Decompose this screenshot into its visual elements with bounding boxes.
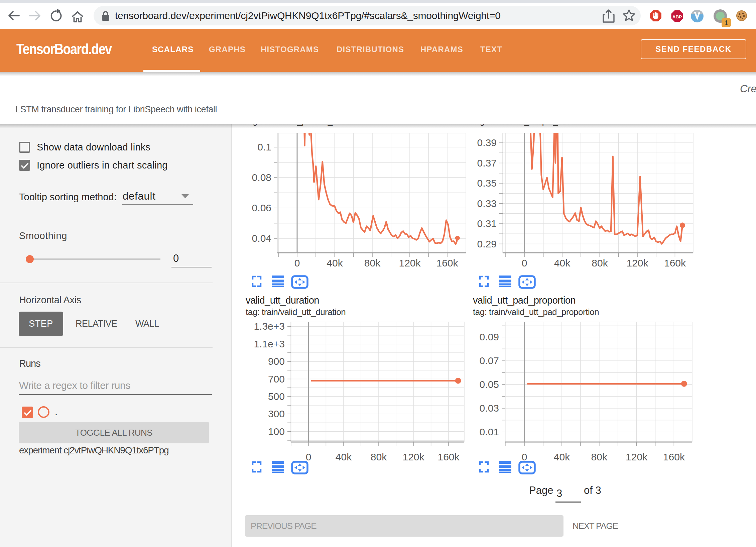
svg-text:160k: 160k: [436, 257, 458, 268]
svg-text:700: 700: [268, 373, 285, 385]
svg-text:120k: 120k: [626, 451, 648, 462]
svg-text:tag: train/valid_utt_duration: tag: train/valid_utt_duration: [246, 307, 346, 317]
svg-text:0.35: 0.35: [477, 178, 497, 189]
svg-text:160k: 160k: [664, 257, 686, 268]
svg-text:100: 100: [268, 426, 285, 437]
svg-text:0.33: 0.33: [477, 198, 497, 209]
svg-text:1.1e+3: 1.1e+3: [254, 338, 285, 349]
svg-text:0: 0: [294, 257, 300, 268]
svg-text:300: 300: [268, 408, 285, 419]
svg-text:valid_utt_duration: valid_utt_duration: [246, 295, 319, 306]
svg-text:0.06: 0.06: [252, 202, 271, 213]
svg-text:0.04: 0.04: [252, 233, 271, 244]
svg-text:40k: 40k: [554, 451, 570, 462]
svg-text:40k: 40k: [336, 451, 352, 462]
svg-text:120k: 120k: [626, 257, 648, 268]
svg-text:80k: 80k: [592, 257, 608, 268]
svg-text:80k: 80k: [371, 451, 387, 462]
svg-text:0.1: 0.1: [257, 141, 271, 152]
svg-text:500: 500: [268, 391, 285, 402]
svg-text:0.31: 0.31: [477, 218, 497, 229]
svg-text:160k: 160k: [663, 451, 685, 462]
svg-text:900: 900: [268, 356, 285, 367]
svg-text:40k: 40k: [327, 257, 343, 268]
svg-text:160k: 160k: [437, 451, 460, 462]
svg-text:0.29: 0.29: [477, 238, 497, 249]
svg-text:0.37: 0.37: [477, 157, 497, 169]
svg-text:40k: 40k: [554, 257, 571, 268]
svg-text:ABP: ABP: [672, 14, 682, 19]
svg-text:0.07: 0.07: [480, 355, 499, 366]
svg-text:120k: 120k: [402, 451, 424, 462]
svg-text:tag: train/valid_utt_pad_propo: tag: train/valid_utt_pad_proportion: [473, 307, 599, 317]
svg-text:1.3e+3: 1.3e+3: [254, 321, 285, 332]
svg-text:1: 1: [724, 19, 728, 26]
svg-text:80k: 80k: [591, 451, 608, 462]
svg-text:0.05: 0.05: [480, 379, 499, 390]
svg-text:0.08: 0.08: [252, 172, 271, 183]
svg-text:0.09: 0.09: [480, 331, 499, 342]
svg-text:0.01: 0.01: [480, 426, 499, 437]
svg-text:valid_utt_pad_proportion: valid_utt_pad_proportion: [473, 295, 576, 306]
svg-text:0.03: 0.03: [480, 403, 499, 414]
svg-text:0.39: 0.39: [477, 137, 497, 148]
svg-text:0: 0: [522, 257, 527, 268]
svg-text:120k: 120k: [399, 257, 421, 268]
svg-text:80k: 80k: [364, 257, 381, 268]
